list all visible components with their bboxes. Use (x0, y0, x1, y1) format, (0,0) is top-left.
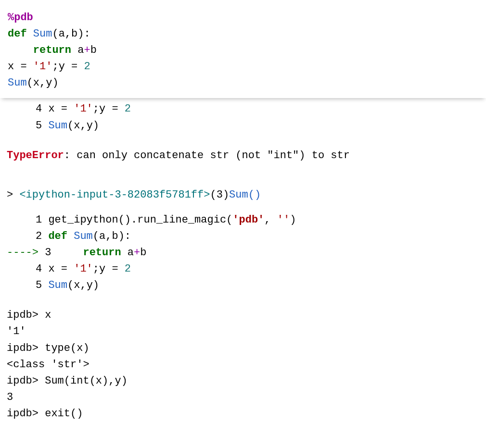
ipdb-prompt: ipdb> (7, 309, 45, 321)
error-line: TypeError: can only concatenate str (not… (7, 148, 479, 164)
ipdb-prompt: ipdb> (7, 342, 45, 354)
ipdb-command[interactable]: exit() (45, 408, 83, 420)
ipdb-output-line: 3 (7, 389, 479, 406)
current-line-arrow-icon: ----> (7, 247, 45, 259)
ipdb-output-line: <class 'str'> (7, 357, 479, 373)
ipdb-command[interactable]: type(x) (45, 342, 89, 354)
frame-location: <ipython-input-3-82083f5781ff> (19, 189, 210, 201)
ipdb-prompt-line: ipdb> x (7, 307, 479, 324)
traceback-current-line: ----> 3 return a+b (7, 245, 479, 261)
ipdb-code-listing: 1 get_ipython().run_line_magic('pdb', ''… (7, 212, 479, 294)
output-cell: 4 x = '1';y = 2 5 Sum(x,y) TypeError: ca… (0, 98, 486, 434)
code-line: return a+b (8, 42, 478, 59)
traceback-line: 4 x = '1';y = 2 (7, 101, 479, 117)
traceback-line: 1 get_ipython().run_line_magic('pdb', ''… (7, 212, 479, 228)
code-line: x = '1';y = 2 (8, 59, 478, 75)
code-line: def Sum(a,b): (8, 26, 478, 42)
ipdb-prompt-line: ipdb> type(x) (7, 340, 479, 357)
code-line: Sum(x,y) (8, 75, 478, 91)
ipdb-output-line: '1' (7, 324, 479, 340)
ipdb-prompt-line: ipdb> Sum(int(x),y) (7, 373, 479, 389)
ipdb-command[interactable]: Sum(int(x),y) (45, 375, 128, 387)
traceback-line: 5 Sum(x,y) (7, 277, 479, 294)
ipdb-command[interactable]: x (45, 309, 51, 321)
ipdb-prompt: ipdb> (7, 375, 45, 387)
ipdb-prompt-line: ipdb> exit() (7, 406, 479, 422)
code-line: %pdb (8, 10, 478, 26)
traceback-line: 5 Sum(x,y) (7, 118, 479, 134)
ipdb-prompt: ipdb> (7, 408, 45, 420)
error-message: can only concatenate str (not "int") to … (77, 149, 350, 162)
notebook-view: %pdb def Sum(a,b): return a+b x = '1';y … (0, 0, 486, 434)
magic-command: %pdb (8, 12, 33, 24)
ipdb-frame-header: > <ipython-input-3-82083f5781ff>(3)Sum() (7, 187, 479, 203)
code-input-cell[interactable]: %pdb def Sum(a,b): return a+b x = '1';y … (0, 0, 486, 98)
traceback-line: 2 def Sum(a,b): (7, 228, 479, 245)
error-name: TypeError (7, 149, 64, 162)
traceback-line: 4 x = '1';y = 2 (7, 261, 479, 277)
